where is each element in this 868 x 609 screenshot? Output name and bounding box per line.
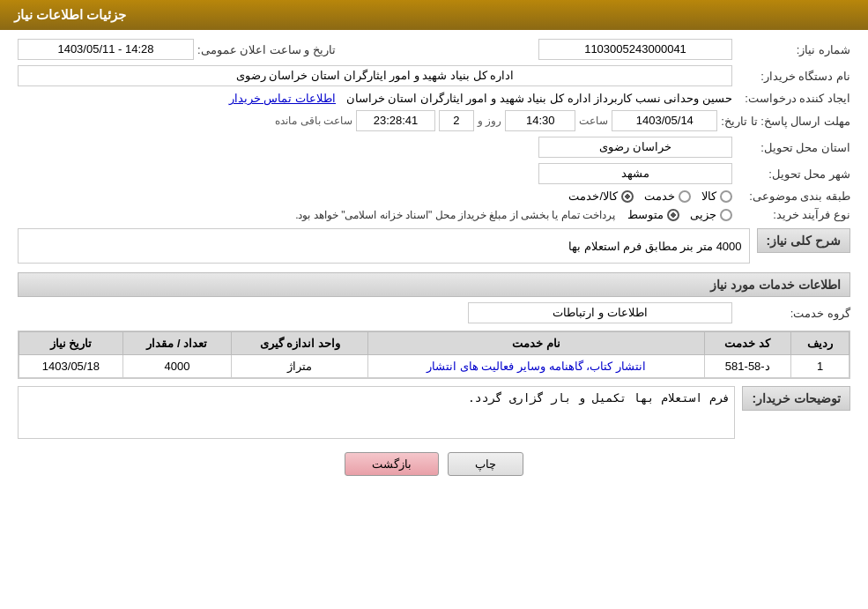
- requester-name: حسین وحدانی نسب کاربرداز اداره کل بنیاد …: [346, 92, 732, 105]
- table-body: 1 د-58-581 انتشار کتاب، گاهنامه وسایر فع…: [19, 355, 849, 378]
- purchase-jozvi-radio[interactable]: [720, 209, 732, 221]
- time-label: ساعت: [579, 115, 608, 127]
- requester-row: ایجاد کننده درخواست: حسین وحدانی نسب کار…: [18, 92, 850, 105]
- service-group-label: گروه خدمت:: [736, 307, 850, 320]
- page-title: جزئیات اطلاعات نیاز: [14, 7, 126, 22]
- announcement-date-label: تاریخ و ساعت اعلان عمومی:: [197, 43, 336, 56]
- need-number-value: 1103005243000041: [538, 39, 732, 60]
- province-value: خراسان رضوی: [538, 137, 732, 158]
- response-time-value: 14:30: [505, 110, 575, 131]
- cell-service-code: د-58-581: [704, 355, 790, 378]
- city-value: مشهد: [538, 163, 732, 184]
- subject-khadamat-radio[interactable]: [679, 190, 691, 203]
- purchase-type-row: نوع فرآیند خرید: جزیی متوسط پرداخت تمام …: [18, 208, 850, 221]
- need-number-row: شماره نیاز: 1103005243000041 تاریخ و ساع…: [18, 39, 850, 60]
- purchase-motevaset-label: متوسط: [627, 208, 664, 221]
- subject-radio-group: کالا خدمت کالا/خدمت: [568, 189, 732, 203]
- buyer-notes-textarea[interactable]: [18, 386, 735, 439]
- purchase-jozvi-label: جزیی: [690, 208, 716, 221]
- col-service-code: کد خدمت: [704, 332, 790, 355]
- subject-row: طبقه بندی موضوعی: کالا خدمت کالا/خدمت: [18, 189, 850, 203]
- buyer-org-label: نام دستگاه خریدار:: [736, 70, 850, 83]
- purchase-type-label: نوع فرآیند خرید:: [736, 208, 850, 221]
- cell-need-date: 1403/05/18: [19, 355, 123, 378]
- announcement-date-value: 1403/05/11 - 14:28: [18, 39, 194, 60]
- subject-kala-khadamat-option: کالا/خدمت: [568, 189, 634, 203]
- col-service-name: نام خدمت: [368, 332, 704, 355]
- subject-kala-label: کالا: [701, 189, 716, 203]
- city-row: شهر محل تحویل: مشهد: [18, 163, 850, 184]
- subject-kala-radio[interactable]: [720, 190, 732, 203]
- service-group-row: گروه خدمت: اطلاعات و ارتباطات: [18, 302, 850, 323]
- col-quantity: تعداد / مقدار: [122, 332, 231, 355]
- buttons-row: چاپ بازگشت: [18, 452, 850, 476]
- purchase-jozvi-option: جزیی: [690, 208, 732, 221]
- subject-kala-khadamat-label: کالا/خدمت: [568, 189, 618, 203]
- subject-kala-option: کالا: [701, 189, 732, 203]
- subject-label: طبقه بندی موضوعی:: [736, 189, 850, 203]
- buyer-notes-label: توضیحات خریدار:: [742, 386, 850, 411]
- back-button[interactable]: بازگشت: [345, 452, 439, 476]
- response-date-value: 1403/05/14: [612, 110, 717, 131]
- table-header-row: ردیف کد خدمت نام خدمت واحد اندازه گیری ت…: [19, 332, 849, 355]
- purchase-motevaset-radio[interactable]: [667, 209, 679, 221]
- need-description-section: شرح کلی نیاز: 4000 متر بنر مطابق فرم است…: [18, 228, 850, 264]
- response-deadline-label: مهلت ارسال پاسخ: تا تاریخ:: [721, 115, 850, 128]
- page-wrapper: جزئیات اطلاعات نیاز شماره نیاز: 11030052…: [0, 0, 868, 609]
- print-button[interactable]: چاپ: [448, 452, 523, 476]
- subject-khadamat-label: خدمت: [644, 189, 675, 203]
- services-table-container: ردیف کد خدمت نام خدمت واحد اندازه گیری ت…: [18, 330, 850, 379]
- page-header: جزئیات اطلاعات نیاز: [0, 0, 868, 30]
- response-deadline-row: مهلت ارسال پاسخ: تا تاریخ: 1403/05/14 سا…: [18, 110, 850, 131]
- province-row: استان محل تحویل: خراسان رضوی: [18, 137, 850, 158]
- subject-kala-khadamat-radio[interactable]: [621, 190, 634, 203]
- cell-row-num: 1: [791, 355, 849, 378]
- time-remaining-value: 23:28:41: [356, 110, 435, 131]
- requester-label: ایجاد کننده درخواست:: [736, 92, 850, 105]
- day-label: روز و: [478, 115, 501, 127]
- content-area: شماره نیاز: 1103005243000041 تاریخ و ساع…: [0, 30, 868, 498]
- need-description-text: 4000 متر بنر مطابق فرم استعلام بها: [568, 240, 742, 253]
- requester-contact-link[interactable]: اطلاعات تماس خریدار: [229, 92, 336, 105]
- purchase-type-note: پرداخت تمام یا بخشی از مبلغ خریداز محل "…: [295, 209, 615, 221]
- buyer-notes-section: توضیحات خریدار:: [18, 386, 850, 439]
- subject-khadamat-option: خدمت: [644, 189, 691, 203]
- service-group-value: اطلاعات و ارتباطات: [468, 302, 732, 323]
- col-unit: واحد اندازه گیری: [231, 332, 367, 355]
- table-header: ردیف کد خدمت نام خدمت واحد اندازه گیری ت…: [19, 332, 849, 355]
- col-need-date: تاریخ نیاز: [19, 332, 123, 355]
- buyer-org-row: نام دستگاه خریدار: اداره کل بنیاد شهید و…: [18, 65, 850, 86]
- purchase-motevaset-option: متوسط: [627, 208, 679, 221]
- remaining-label: ساعت باقی مانده: [275, 115, 352, 127]
- table-row: 1 د-58-581 انتشار کتاب، گاهنامه وسایر فع…: [19, 355, 849, 378]
- cell-quantity: 4000: [122, 355, 231, 378]
- cell-service-name[interactable]: انتشار کتاب، گاهنامه وسایر فعالیت های ان…: [368, 355, 704, 378]
- cell-unit: متراژ: [231, 355, 367, 378]
- buyer-org-value: اداره کل بنیاد شهید و امور ایثارگران است…: [18, 65, 732, 86]
- city-label: شهر محل تحویل:: [736, 167, 850, 181]
- need-number-label: شماره نیاز:: [736, 43, 850, 56]
- services-section-title: اطلاعات خدمات مورد نیاز: [18, 272, 850, 297]
- days-remaining-value: 2: [439, 110, 474, 131]
- province-label: استان محل تحویل:: [736, 141, 850, 154]
- col-row-num: ردیف: [791, 332, 849, 355]
- purchase-type-radio-group: جزیی متوسط: [627, 208, 732, 221]
- need-description-section-title: شرح کلی نیاز:: [757, 228, 850, 253]
- need-description-box: 4000 متر بنر مطابق فرم استعلام بها: [18, 228, 750, 264]
- services-table: ردیف کد خدمت نام خدمت واحد اندازه گیری ت…: [19, 331, 849, 378]
